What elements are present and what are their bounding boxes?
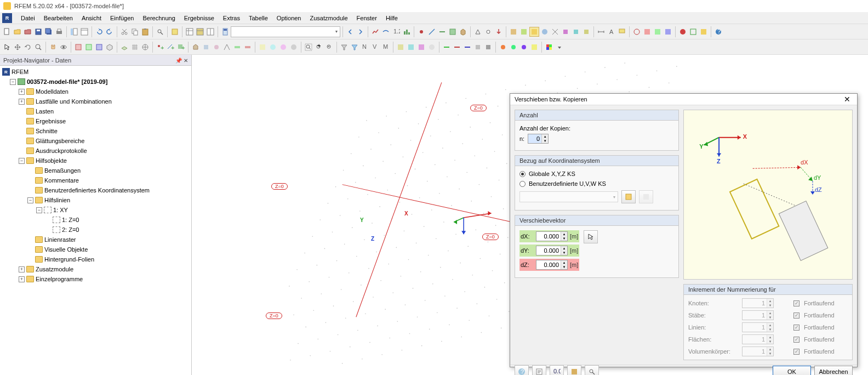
tb-surface-icon[interactable] [448, 27, 458, 37]
tb-table2-icon[interactable] [195, 27, 205, 37]
spin-down-icon[interactable]: ▼ [542, 139, 548, 143]
tree-file[interactable]: −003572-model-file* [2019-09] [0, 77, 191, 87]
tree-root[interactable]: RRFEM [0, 67, 191, 77]
tb2-g5-icon[interactable] [232, 42, 242, 52]
tb-calc-icon[interactable] [220, 27, 230, 37]
tb-paste-icon[interactable] [140, 27, 150, 37]
tb-diagram-icon[interactable] [402, 27, 412, 37]
spin-up-icon[interactable]: ▲ [561, 246, 567, 251]
tb-save-icon[interactable] [33, 27, 43, 37]
tb-copy-icon[interactable] [130, 27, 140, 37]
tb2-iso-icon[interactable] [105, 42, 115, 52]
tb2-g2-icon[interactable] [201, 42, 211, 52]
tree-xy[interactable]: −1: XY [0, 205, 191, 215]
spin-up-icon[interactable]: ▲ [561, 232, 567, 236]
tree-lasten[interactable]: Lasten [0, 106, 191, 116]
ks-new-button[interactable] [621, 190, 636, 203]
menu-einfuegen[interactable]: Einfügen [106, 14, 138, 22]
tb2-workplane-icon[interactable] [119, 42, 129, 52]
tb-support-icon[interactable] [473, 27, 483, 37]
tb-print-icon[interactable] [54, 27, 64, 37]
dx-spinner[interactable]: ▲▼ [536, 231, 568, 241]
tree-z0-1[interactable]: 1: Z=0 [0, 215, 191, 225]
menu-datei[interactable]: Datei [16, 14, 39, 22]
menu-ergebnisse[interactable]: Ergebnisse [180, 14, 219, 22]
tb-values-icon[interactable]: 1.2 [391, 27, 401, 37]
tb-node-icon[interactable] [416, 27, 426, 37]
tb-new-icon[interactable] [2, 27, 12, 37]
tb-deform-icon[interactable] [381, 27, 391, 37]
menu-extras[interactable]: Extras [219, 14, 244, 22]
tb-wireframe-icon[interactable] [688, 27, 698, 37]
radio-user[interactable]: Benutzerdefinierte U,V,W KS [519, 180, 674, 187]
spin-down-icon[interactable]: ▼ [561, 251, 567, 255]
tree-toggle-icon[interactable]: + [19, 89, 25, 95]
tb2-vis3-icon[interactable] [416, 42, 426, 52]
radio-icon[interactable] [519, 171, 526, 177]
navigator-close-icon[interactable]: ✕ [184, 58, 188, 64]
spin-down-icon[interactable]: ▼ [561, 236, 567, 241]
tb2-g1-icon[interactable] [191, 42, 201, 52]
tree-glaettung[interactable]: Glättungsbereiche [0, 136, 191, 146]
n-spinner[interactable]: ▲▼ [528, 134, 549, 144]
tb2-filter1-icon[interactable] [339, 42, 349, 52]
tree-kommentare[interactable]: Kommentare [0, 175, 191, 185]
tb2-misc7-icon[interactable] [509, 42, 518, 52]
dy-input[interactable] [536, 246, 561, 255]
tb-project-icon[interactable] [79, 27, 89, 37]
tb-results-icon[interactable] [370, 27, 380, 37]
menu-ansicht[interactable]: Ansicht [77, 14, 106, 22]
tb2-viewz-icon[interactable] [94, 42, 104, 52]
zoom-button[interactable] [585, 365, 599, 375]
tree-ausdruck[interactable]: Ausdruckprotokolle [0, 146, 191, 156]
tb2-misc9-icon[interactable] [529, 42, 539, 52]
pick-vector-button[interactable] [584, 230, 598, 243]
tb-hinge-icon[interactable] [483, 27, 493, 37]
tb2-g3-icon[interactable] [212, 42, 221, 52]
help-button[interactable]: ? [515, 365, 529, 375]
tb2-g10-icon[interactable] [289, 42, 299, 52]
tree-lastfaelle[interactable]: +Lastfälle und Kombinationen [0, 96, 191, 106]
tb2-misc6-icon[interactable] [498, 42, 508, 52]
tb-dim-icon[interactable] [596, 27, 606, 37]
tb2-snap-icon[interactable] [140, 42, 150, 52]
tb-line-icon[interactable] [427, 27, 437, 37]
tb-misc10-icon[interactable] [642, 27, 652, 37]
tb2-zoomin-icon[interactable]: + [314, 42, 324, 52]
tb-solid-icon[interactable] [458, 27, 468, 37]
menu-berechnung[interactable]: Berechnung [138, 14, 179, 22]
tb-render-icon[interactable] [678, 27, 688, 37]
tb-open-icon[interactable] [13, 27, 22, 37]
tb2-g9-icon[interactable] [278, 42, 288, 52]
tb-cut-icon[interactable] [119, 27, 129, 37]
tb2-filter4-icon[interactable]: V [370, 42, 380, 52]
tb-table1-icon[interactable] [185, 27, 195, 37]
tb2-g6-icon[interactable] [243, 42, 253, 52]
tb2-zoomall-icon[interactable] [304, 42, 313, 52]
navigator-pin-icon[interactable]: 📌 [175, 58, 182, 64]
menu-optionen[interactable]: Optionen [272, 14, 306, 22]
tb-navigator-icon[interactable] [69, 27, 79, 37]
tb2-misc5-icon[interactable] [483, 42, 493, 52]
close-icon[interactable]: ✕ [842, 94, 853, 105]
tree-hintergrund[interactable]: Hintergrund-Folien [0, 254, 191, 264]
tree-toggle-icon[interactable]: − [36, 207, 42, 213]
tb-misc4-icon[interactable] [540, 27, 550, 37]
tree-einzelprogramme[interactable]: +Einzelprogramme [0, 274, 191, 284]
menu-hilfe[interactable]: Hilfe [381, 14, 402, 22]
tb-misc6-icon[interactable] [561, 27, 570, 37]
tb2-g7-icon[interactable] [258, 42, 267, 52]
menu-zusatzmodule[interactable]: Zusatzmodule [306, 14, 352, 22]
tb2-misc2-icon[interactable] [452, 42, 462, 52]
tb2-color-icon[interactable] [544, 42, 554, 52]
tb2-vis2-icon[interactable] [406, 42, 416, 52]
dz-input[interactable] [536, 260, 561, 269]
tb2-g4-icon[interactable] [222, 42, 232, 52]
tree-zusatzmodule[interactable]: +Zusatzmodule [0, 264, 191, 274]
tree-hilfsobjekte[interactable]: −Hilfsobjekte [0, 156, 191, 166]
tb2-viewx-icon[interactable] [73, 42, 83, 52]
tree-z0-2[interactable]: 2: Z=0 [0, 225, 191, 235]
tb2-newsurf-icon[interactable]: + [176, 42, 186, 52]
tb-shading-icon[interactable] [699, 27, 709, 37]
menu-bearbeiten[interactable]: Bearbeiten [39, 14, 77, 22]
